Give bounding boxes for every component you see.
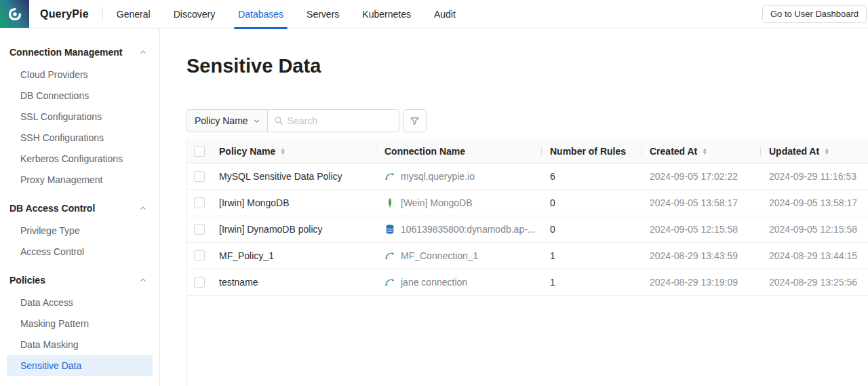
go-to-user-dashboard-button[interactable]: Go to User Dashboard: [762, 5, 867, 23]
search-input[interactable]: [288, 115, 393, 126]
main-content: Sensitive Data Policy Name: [160, 28, 868, 386]
tab-audit[interactable]: Audit: [434, 0, 456, 28]
created-at-cell: 2024-09-05 17:02:22: [641, 171, 760, 182]
sidebar-section-title[interactable]: Policies: [0, 269, 159, 292]
policy-name-cell: [Irwin] MongoDB: [219, 197, 376, 208]
table-row[interactable]: MF_Policy_1 MF_Connection_1 1 2024-08-29…: [187, 243, 868, 269]
sidebar-section-title[interactable]: DB Access Control: [0, 197, 159, 220]
policy-name-cell: [Irwin] DynamoDB policy: [219, 224, 376, 235]
row-checkbox[interactable]: [194, 197, 205, 208]
search-field-selector-value: Policy Name: [195, 115, 248, 126]
sidebar-section-policies: Policies Data AccessMasking PatternData …: [0, 269, 159, 376]
dynamodb-icon: [384, 224, 395, 235]
policy-name-cell: MF_Policy_1: [219, 250, 376, 261]
querypie-logo[interactable]: [0, 0, 29, 28]
sidebar-item-data-access[interactable]: Data Access: [7, 292, 153, 313]
sidebar-item-masking-pattern[interactable]: Masking Pattern: [7, 313, 153, 334]
sidebar-section-connection-management: Connection Management Cloud ProvidersDB …: [0, 41, 159, 190]
sidebar-item-privilege-type[interactable]: Privilege Type: [7, 220, 153, 241]
created-at-cell: 2024-09-05 13:58:17: [641, 197, 760, 208]
updated-at-cell: 2024-09-05 12:15:58: [760, 224, 868, 235]
table-row[interactable]: testname jane connection 1 2024-08-29 13…: [187, 269, 868, 296]
column-header-updated-at[interactable]: Updated At▲▼: [760, 139, 868, 163]
table-row[interactable]: [Irwin] MongoDB [Wein] MongoDB 0 2024-09…: [187, 190, 868, 216]
search-icon: [274, 116, 283, 126]
connection-name-cell: [Wein] MongoDB: [376, 197, 541, 208]
column-header-connection-name[interactable]: Connection Name: [376, 139, 541, 163]
connection-name-cell: mysql.querypie.io: [376, 171, 541, 182]
chevron-up-icon[interactable]: [139, 204, 147, 212]
sidebar-section-title[interactable]: Connection Management: [0, 41, 159, 64]
filter-bar: Policy Name: [186, 109, 868, 132]
created-at-cell: 2024-08-29 13:43:59: [641, 250, 760, 261]
mysql-icon: [384, 250, 395, 261]
sidebar-item-cloud-providers[interactable]: Cloud Providers: [7, 64, 153, 85]
sort-icon[interactable]: ▲▼: [702, 148, 707, 155]
sidebar-item-ssl-configurations[interactable]: SSL Configurations: [7, 106, 153, 127]
mysql-icon: [384, 277, 395, 288]
updated-at-cell: 2024-08-29 13:44:15: [760, 250, 868, 261]
mysql-icon: [384, 171, 395, 182]
number-of-rules-cell: 6: [541, 171, 641, 182]
table-row[interactable]: [Irwin] DynamoDB policy 106139835800:dyn…: [187, 216, 868, 243]
column-header-number-of-rules[interactable]: Number of Rules: [541, 139, 641, 163]
column-header-policy-name[interactable]: Policy Name▲▼: [219, 139, 376, 163]
policies-table: Policy Name▲▼Connection NameNumber of Ru…: [186, 139, 868, 386]
updated-at-cell: 2024-08-29 13:25:56: [760, 277, 868, 288]
chevron-up-icon[interactable]: [139, 276, 147, 284]
sort-icon[interactable]: ▲▼: [280, 148, 285, 155]
sort-icon[interactable]: ▲▼: [824, 148, 829, 155]
table-row[interactable]: MySQL Sensitive Data Policy mysql.queryp…: [187, 163, 868, 190]
number-of-rules-cell: 0: [541, 197, 641, 208]
mongodb-icon: [384, 197, 395, 208]
connection-name-cell: 106139835800:dynamodb.ap-...: [376, 224, 541, 235]
created-at-cell: 2024-08-29 13:19:09: [641, 277, 760, 288]
top-navigation-bar: QueryPie GeneralDiscoveryDatabasesServer…: [0, 0, 868, 28]
search-field-selector[interactable]: Policy Name: [186, 109, 268, 132]
column-header-created-at[interactable]: Created At▲▼: [641, 139, 760, 163]
querypie-logo-icon: [7, 6, 23, 22]
sidebar-item-data-masking[interactable]: Data Masking: [7, 334, 153, 355]
chevron-down-icon: [253, 117, 260, 125]
table-header-checkbox-cell: [187, 146, 219, 157]
tab-kubernetes[interactable]: Kubernetes: [362, 0, 411, 28]
policy-name-cell: testname: [219, 277, 376, 288]
search-box: [267, 109, 399, 132]
created-at-cell: 2024-09-05 12:15:58: [641, 224, 760, 235]
sidebar-item-db-connections[interactable]: DB Connections: [7, 85, 153, 106]
row-checkbox[interactable]: [194, 250, 205, 261]
sidebar-item-kerberos-configurations[interactable]: Kerberos Configurations: [7, 148, 153, 169]
sidebar-section-db-access-control: DB Access Control Privilege TypeAccess C…: [0, 197, 159, 262]
sidebar-item-access-control[interactable]: Access Control: [7, 241, 153, 262]
row-checkbox[interactable]: [194, 171, 205, 182]
select-all-checkbox[interactable]: [194, 146, 205, 157]
updated-at-cell: 2024-09-05 13:58:17: [760, 197, 868, 208]
updated-at-cell: 2024-09-29 11:16:53: [760, 171, 868, 182]
sidebar-item-ssh-configurations[interactable]: SSH Configurations: [7, 127, 153, 148]
number-of-rules-cell: 1: [541, 277, 641, 288]
page-title: Sensitive Data: [186, 54, 868, 77]
main-tabs: GeneralDiscoveryDatabasesServersKubernet…: [117, 0, 456, 28]
filter-button[interactable]: [403, 109, 427, 132]
sidebar: Connection Management Cloud ProvidersDB …: [0, 28, 160, 386]
row-checkbox[interactable]: [194, 277, 205, 288]
connection-name-cell: jane connection: [376, 277, 541, 288]
table-header-row: Policy Name▲▼Connection NameNumber of Ru…: [187, 139, 868, 163]
sidebar-item-proxy-management[interactable]: Proxy Management: [7, 169, 153, 190]
tab-servers[interactable]: Servers: [307, 0, 339, 28]
chevron-up-icon[interactable]: [139, 48, 147, 56]
row-checkbox[interactable]: [194, 224, 205, 235]
tab-databases[interactable]: Databases: [238, 0, 283, 28]
brand-name: QueryPie: [40, 8, 89, 20]
tab-general[interactable]: General: [117, 0, 151, 28]
number-of-rules-cell: 1: [541, 250, 641, 261]
tab-discovery[interactable]: Discovery: [174, 0, 215, 28]
policy-name-cell: MySQL Sensitive Data Policy: [219, 171, 376, 182]
sidebar-item-sensitive-data[interactable]: Sensitive Data: [7, 355, 153, 376]
connection-name-cell: MF_Connection_1: [376, 250, 541, 261]
brand-divider: [102, 7, 103, 22]
funnel-icon: [410, 116, 420, 126]
number-of-rules-cell: 0: [541, 224, 641, 235]
